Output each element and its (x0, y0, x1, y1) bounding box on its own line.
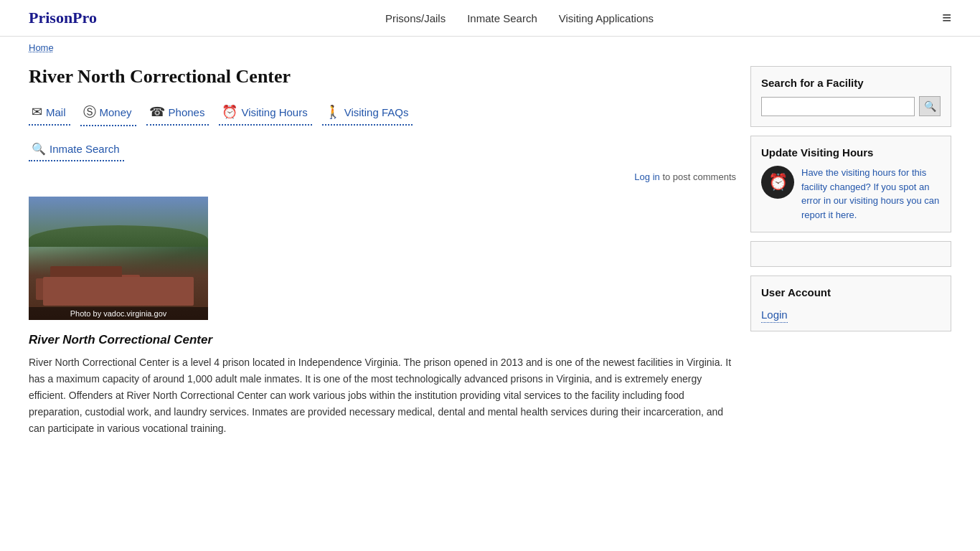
money-icon: Ⓢ (83, 103, 96, 121)
user-account-title: User Account (761, 286, 941, 298)
hamburger-menu-icon[interactable]: ≡ (942, 9, 951, 27)
clock-icon: ⏰ (768, 173, 788, 192)
photo-credit: Photo by vadoc.virginia.gov (29, 307, 208, 320)
main-nav: Prisons/Jails Inmate Search Visiting App… (385, 12, 654, 24)
tab-phones[interactable]: ☎ Phones (146, 101, 209, 126)
facility-image-wrapper: Photo by vadoc.virginia.gov (29, 197, 208, 320)
post-comments-text: to post comments (662, 171, 736, 182)
header: PrisonPro Prisons/Jails Inmate Search Vi… (0, 0, 980, 37)
update-visiting-hours-box: Update Visiting Hours ⏰ Have the visitin… (750, 136, 951, 232)
tab-visiting-hours-label: Visiting Hours (241, 106, 307, 118)
inmate-search-tab-label: Inmate Search (50, 143, 120, 155)
main-layout: River North Correctional Center ✉ Mail Ⓢ… (0, 59, 980, 451)
tab-mail[interactable]: ✉ Mail (29, 101, 70, 126)
tabs-row: ✉ Mail Ⓢ Money ☎ Phones ⏰ Visiting Hours… (29, 100, 736, 126)
search-button[interactable]: 🔍 (919, 96, 941, 116)
clock-icon-wrapper: ⏰ (761, 166, 794, 199)
sidebar: Search for a Facility 🔍 Update Visiting … (750, 66, 951, 437)
update-text: Have the visiting hours for this facilit… (801, 166, 941, 222)
tab-visiting-hours[interactable]: ⏰ Visiting Hours (219, 101, 311, 126)
mail-icon: ✉ (32, 104, 42, 120)
section-subtitle: River North Correctional Center (29, 333, 736, 347)
tab-mail-label: Mail (46, 106, 66, 118)
breadcrumb-home[interactable]: Home (29, 42, 54, 53)
search-button-icon: 🔍 (924, 100, 936, 112)
visitor-icon: 🚶 (325, 104, 341, 120)
facility-image (29, 197, 208, 320)
login-link[interactable]: Log in (634, 171, 659, 182)
facility-description: River North Correctional Center is a lev… (29, 354, 736, 437)
clock-tab-icon: ⏰ (222, 104, 237, 120)
search-tab-icon: 🔍 (32, 142, 46, 156)
inmate-search-tab[interactable]: 🔍 Inmate Search (29, 139, 124, 161)
user-login-link[interactable]: Login (761, 309, 788, 323)
phone-icon: ☎ (149, 104, 165, 120)
nav-visiting-apps[interactable]: Visiting Applications (559, 12, 654, 24)
search-form: 🔍 (761, 96, 941, 116)
site-logo[interactable]: PrisonPro (29, 9, 97, 27)
nav-prisons[interactable]: Prisons/Jails (385, 12, 446, 24)
update-box-content: ⏰ Have the visiting hours for this facil… (761, 166, 941, 222)
update-link[interactable]: Have the visiting hours for this facilit… (801, 167, 939, 220)
search-facility-title: Search for a Facility (761, 77, 941, 89)
empty-sidebar-box (750, 241, 951, 267)
tab-money[interactable]: Ⓢ Money (80, 100, 136, 126)
user-account-box: User Account Login (750, 276, 951, 331)
tab-visiting-faqs-label: Visiting FAQs (344, 106, 409, 118)
tab-phones-label: Phones (169, 106, 205, 118)
breadcrumb: Home (0, 37, 980, 59)
page-title: River North Correctional Center (29, 66, 736, 88)
tab-visiting-faqs[interactable]: 🚶 Visiting FAQs (322, 101, 413, 126)
nav-inmate-search[interactable]: Inmate Search (467, 12, 537, 24)
search-facility-box: Search for a Facility 🔍 (750, 66, 951, 127)
content-area: River North Correctional Center ✉ Mail Ⓢ… (29, 66, 736, 437)
search-input[interactable] (761, 97, 915, 116)
update-visiting-hours-title: Update Visiting Hours (761, 146, 941, 159)
post-comments-line: Log in to post comments (29, 171, 736, 182)
tab-money-label: Money (100, 106, 132, 118)
